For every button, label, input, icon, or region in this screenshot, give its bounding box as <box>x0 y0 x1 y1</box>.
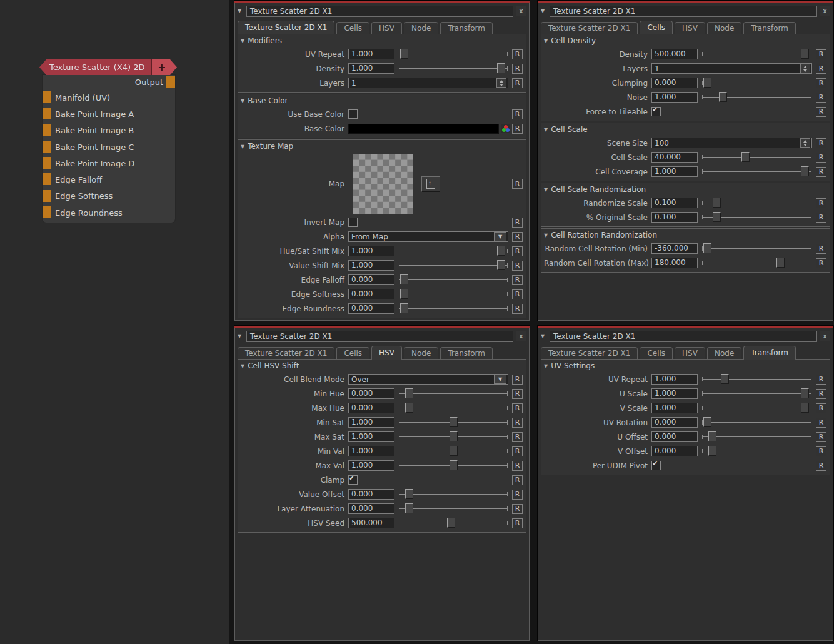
slider-thumb[interactable] <box>801 403 809 413</box>
collapse-arrow-icon[interactable]: ▼ <box>241 144 244 149</box>
reset-button[interactable]: R <box>816 244 826 254</box>
reset-button[interactable]: R <box>816 93 826 103</box>
output-connector[interactable] <box>166 76 175 88</box>
stepper[interactable] <box>800 64 810 73</box>
collapse-arrow-icon[interactable]: ▼ <box>241 98 244 104</box>
reset-button[interactable]: R <box>512 490 523 500</box>
param-min-hue-field[interactable]: 0.000 <box>348 388 394 399</box>
tab-texture-scatter-2d-x1[interactable]: Texture Scatter 2D X1 <box>238 347 334 359</box>
slider-thumb[interactable] <box>450 446 458 456</box>
reset-button[interactable]: R <box>512 289 523 299</box>
slider-thumb[interactable] <box>703 78 711 88</box>
param-u-scale-field[interactable]: 1.000 <box>651 388 698 399</box>
node-editor-canvas[interactable]: Texture Scatter (X4) 2D + OutputManifold… <box>0 0 229 644</box>
slider-thumb[interactable] <box>713 212 721 222</box>
slider-thumb[interactable] <box>801 166 809 176</box>
param-base-color-swatch[interactable] <box>348 124 499 134</box>
tab-transform[interactable]: Transform <box>743 22 796 34</box>
param-random-cell-rotation-min-slider[interactable] <box>701 243 812 254</box>
param-u-offset-field[interactable]: 0.000 <box>651 431 698 442</box>
param-hsv-seed-slider[interactable] <box>398 518 508 528</box>
reset-button[interactable]: R <box>816 375 826 385</box>
reset-button[interactable]: R <box>512 64 523 74</box>
slider-thumb[interactable] <box>708 431 716 441</box>
param-value-shift-mix-slider[interactable] <box>398 260 508 271</box>
param-cell-coverage-slider[interactable] <box>701 166 812 177</box>
tab-node[interactable]: Node <box>707 347 741 359</box>
collapse-arrow-icon[interactable]: ▼ <box>544 363 548 369</box>
tab-transform[interactable]: Transform <box>743 346 796 360</box>
param-max-val-field[interactable]: 1.000 <box>348 460 394 471</box>
slider-thumb[interactable] <box>447 518 455 528</box>
param-min-val-field[interactable]: 1.000 <box>348 446 394 456</box>
input-connector[interactable] <box>43 141 51 153</box>
reset-button[interactable]: R <box>816 389 826 399</box>
reset-button[interactable]: R <box>512 461 523 471</box>
slider-thumb[interactable] <box>450 431 458 441</box>
param-hue-sat-shift-mix-slider[interactable] <box>398 246 508 256</box>
param-clumping-slider[interactable] <box>701 78 812 88</box>
slider-thumb[interactable] <box>801 49 809 59</box>
tab-texture-scatter-2d-x1[interactable]: Texture Scatter 2D X1 <box>541 22 638 34</box>
collapse-arrow-icon[interactable]: ▼ <box>544 187 548 193</box>
reset-button[interactable]: R <box>816 64 826 74</box>
param-max-hue-field[interactable]: 0.000 <box>348 403 394 413</box>
param-use-base-color-checkbox[interactable] <box>348 109 358 119</box>
input-connector[interactable] <box>43 108 51 119</box>
input-connector[interactable] <box>43 190 51 202</box>
slider-thumb[interactable] <box>703 243 711 253</box>
param-edge-softness-slider[interactable] <box>398 289 508 299</box>
reset-button[interactable]: R <box>512 246 523 256</box>
stepper-up-icon[interactable] <box>500 80 503 83</box>
reset-button[interactable]: R <box>816 78 826 88</box>
reset-button[interactable]: R <box>816 403 826 413</box>
param-invert-map-checkbox[interactable] <box>348 218 358 227</box>
slider-thumb[interactable] <box>405 403 413 413</box>
panel-title[interactable]: Texture Scatter 2D X1 <box>246 6 513 17</box>
param-noise-slider[interactable] <box>701 92 812 103</box>
tab-transform[interactable]: Transform <box>440 22 493 34</box>
param-cell-coverage-field[interactable]: 1.000 <box>651 166 698 177</box>
reset-button[interactable]: R <box>512 403 523 413</box>
reset-button[interactable]: R <box>816 258 826 268</box>
collapse-arrow-icon[interactable]: ▼ <box>541 8 547 14</box>
reset-button[interactable]: R <box>816 167 826 177</box>
param-hsv-seed-field[interactable]: 500.000 <box>348 518 394 528</box>
reset-button[interactable]: R <box>512 418 523 428</box>
param-layer-attenuation-slider[interactable] <box>398 503 508 514</box>
section-header[interactable]: ▼Cell HSV Shift <box>241 360 523 372</box>
dropdown-arrow-icon[interactable]: ▼ <box>494 232 506 241</box>
reset-button[interactable]: R <box>512 475 523 485</box>
param-random-cell-rotation-min-field[interactable]: -360.000 <box>651 243 698 254</box>
param-min-hue-slider[interactable] <box>398 388 508 399</box>
param-min-val-slider[interactable] <box>398 446 508 456</box>
section-header[interactable]: ▼UV Settings <box>544 360 827 372</box>
color-picker-icon[interactable] <box>501 124 510 133</box>
collapse-arrow-icon[interactable]: ▼ <box>544 127 548 133</box>
reset-button[interactable]: R <box>512 109 523 119</box>
slider-thumb[interactable] <box>405 388 413 398</box>
section-header[interactable]: ▼Cell Scale <box>544 123 827 136</box>
tab-cells[interactable]: Cells <box>640 21 673 34</box>
param-v-offset-field[interactable]: 0.000 <box>651 446 698 456</box>
param-per-udim-pivot-checkbox[interactable]: ✔ <box>651 461 661 470</box>
reset-button[interactable]: R <box>816 198 826 208</box>
node-add-button[interactable]: + <box>151 59 177 75</box>
param-edge-softness-field[interactable]: 0.000 <box>348 289 394 299</box>
collapse-arrow-icon[interactable]: ▼ <box>238 8 244 14</box>
load-image-button[interactable]: ↑ <box>421 176 440 192</box>
slider-thumb[interactable] <box>721 374 729 384</box>
param-value-offset-field[interactable]: 0.000 <box>348 489 394 500</box>
panel-title[interactable]: Texture Scatter 2D X1 <box>246 331 513 342</box>
tab-node[interactable]: Node <box>707 22 741 34</box>
param-clumping-field[interactable]: 0.000 <box>651 78 698 88</box>
tab-cells[interactable]: Cells <box>336 22 369 34</box>
param-clamp-checkbox[interactable]: ✔ <box>348 475 358 485</box>
input-connector[interactable] <box>43 124 51 136</box>
param-scene-size-field[interactable]: 100 <box>651 138 812 148</box>
tab-node[interactable]: Node <box>404 22 438 34</box>
close-button[interactable]: x <box>820 331 830 341</box>
param-layers-field[interactable]: 1 <box>348 78 508 88</box>
reset-button[interactable]: R <box>816 138 826 148</box>
param-density-field[interactable]: 500.000 <box>651 49 698 59</box>
